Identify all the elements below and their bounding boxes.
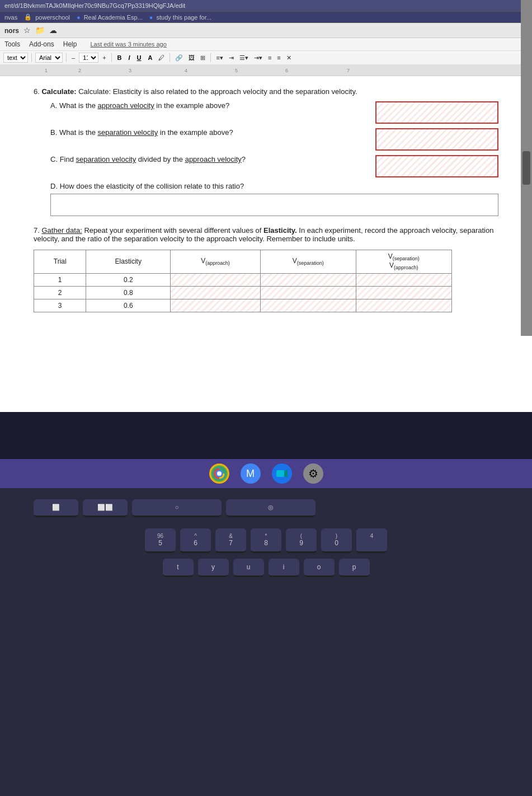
p-key[interactable]: p <box>339 559 370 577</box>
title-text: nors <box>4 27 19 35</box>
editor-title-bar: nors ☆ 📁 ☁ <box>0 23 532 38</box>
keyboard-row-special: ⬜ ⬜⬜ ○ ◎ <box>34 499 515 517</box>
toolbar-divider <box>31 53 32 62</box>
bold-button[interactable]: B <box>115 54 124 62</box>
strikethrough-button[interactable]: A <box>146 54 155 62</box>
mail-icon[interactable]: M <box>241 463 261 484</box>
vapproach-1[interactable] <box>171 273 261 286</box>
indent-more-icon[interactable]: ⇥▾ <box>252 54 264 62</box>
ruler: 1 2 3 4 5 6 7 ▼ <box>0 65 532 76</box>
link-icon[interactable]: 🔗 <box>173 54 185 62</box>
align-right-icon[interactable]: ≡ <box>275 54 282 62</box>
ratio-1[interactable] <box>356 273 451 286</box>
clear-format-icon[interactable]: ✕ <box>285 54 293 62</box>
key-letter: p <box>352 563 356 571</box>
font-select[interactable]: Arial <box>35 53 63 63</box>
list-icon[interactable]: ☰▾ <box>238 54 250 62</box>
data-table: Trial Elasticity V(approach) V(separatio… <box>34 250 452 312</box>
7-key[interactable]: & 7 <box>215 528 246 553</box>
sub-questions-6: A. What is the approach velocity in the … <box>50 101 498 216</box>
9-key[interactable]: ( 9 <box>286 528 317 553</box>
italic-button[interactable]: I <box>126 54 133 62</box>
vseparation-2[interactable] <box>260 286 356 299</box>
last-edit-label: Last edit was 3 minutes ago <box>90 41 166 48</box>
double-square-key[interactable]: ⬜⬜ <box>83 499 128 517</box>
font-size-select[interactable]: 11 <box>79 53 98 63</box>
vseparation-1[interactable] <box>260 273 356 286</box>
key-top: ( <box>300 533 302 539</box>
i-key[interactable]: i <box>269 559 299 577</box>
paragraph-style-select[interactable]: text <box>3 53 28 63</box>
bookmark-label: powerschool <box>35 14 70 21</box>
sub-q-6d-text: D. How does the elasticity of the collis… <box>50 182 498 190</box>
target-key[interactable]: ◎ <box>226 499 316 517</box>
scrollbar[interactable] <box>521 0 532 336</box>
circle-icon: ● <box>149 14 153 21</box>
sub-q-6c: C. Find separation velocity divided by t… <box>50 155 498 177</box>
app-vel-highlight: approach velocity <box>185 155 242 163</box>
ratio-3[interactable] <box>356 299 451 312</box>
u-key[interactable]: u <box>233 559 264 577</box>
menu-addons[interactable]: Add-ons <box>29 40 54 48</box>
image-icon[interactable]: 🖼 <box>187 54 196 62</box>
svg-marker-3 <box>284 470 288 477</box>
sub-q-6b-text: B. What is the separation velocity in th… <box>50 128 375 137</box>
5-key[interactable]: 96 5 <box>145 528 176 553</box>
elasticity-3: 0.6 <box>86 299 171 312</box>
sub-q-6b: B. What is the separation velocity in th… <box>50 128 498 151</box>
table-icon[interactable]: ⊞ <box>199 54 207 62</box>
keyboard-area: ⬜ ⬜⬜ ○ ◎ 96 5 ^ 6 & 7 * 8 ( 9 <box>0 488 532 796</box>
sub-q-6b-label: B. <box>50 128 57 137</box>
col-vseparation: V(separation) <box>260 250 356 274</box>
key-icon: ◎ <box>268 504 274 511</box>
font-minus[interactable]: – <box>70 54 77 62</box>
key-bottom: 0 <box>335 539 338 547</box>
8-key[interactable]: * 8 <box>251 528 281 553</box>
toolbar-divider <box>66 53 67 62</box>
key-bottom: 5 <box>158 539 162 547</box>
question-6-number: 6. <box>34 87 40 96</box>
cloud-icon[interactable]: ☁ <box>49 26 57 35</box>
text-color-icon[interactable]: 🖊 <box>157 54 166 62</box>
menu-help[interactable]: Help <box>63 40 77 48</box>
t-key[interactable]: t <box>163 559 194 577</box>
key-bottom: 9 <box>299 539 303 547</box>
key-bottom: 8 <box>264 539 268 547</box>
0-key[interactable]: ) 0 <box>321 528 352 553</box>
4-key[interactable]: 4 <box>356 528 387 553</box>
bookmark-realacademia[interactable]: ● Real Academia Esp... <box>77 14 143 21</box>
vseparation-3[interactable] <box>260 299 356 312</box>
vapproach-3[interactable] <box>171 299 261 312</box>
url-bar: ent/d/1BtvkmmTAJk0MIlqHer70c9NBu7Gcq7Pp3… <box>0 0 532 12</box>
bookmark-study[interactable]: ● study this page for... <box>149 14 211 21</box>
6-key[interactable]: ^ 6 <box>180 528 211 553</box>
star-icon[interactable]: ☆ <box>23 26 31 35</box>
chrome-icon[interactable] <box>209 463 229 484</box>
bookmark-powerschool[interactable]: 🔒 powerschool <box>24 13 70 21</box>
font-plus[interactable]: + <box>101 54 107 62</box>
circle-key[interactable]: ○ <box>132 499 222 517</box>
indent-icon[interactable]: ⇥ <box>227 54 236 62</box>
answer-box-6c[interactable] <box>375 155 498 177</box>
square-key[interactable]: ⬜ <box>34 499 78 517</box>
settings-icon[interactable]: ⚙ <box>303 463 323 484</box>
meet-icon[interactable] <box>272 463 292 484</box>
underline-button[interactable]: U <box>135 54 144 62</box>
key-letter: y <box>211 563 215 571</box>
line-spacing-icon[interactable]: ≡▾ <box>214 54 224 62</box>
answer-box-6a[interactable] <box>375 101 498 124</box>
bookmark-nvas[interactable]: nvas <box>4 14 17 21</box>
scrollbar-thumb[interactable] <box>522 151 530 185</box>
o-key[interactable]: o <box>304 559 335 577</box>
ratio-2[interactable] <box>356 286 451 299</box>
key-top: * <box>265 533 267 539</box>
answer-box-6d[interactable] <box>50 194 498 216</box>
y-key[interactable]: y <box>198 559 229 577</box>
folder-icon[interactable]: 📁 <box>35 26 45 35</box>
editor-title: nors <box>4 25 19 35</box>
menu-tools[interactable]: Tools <box>4 40 20 48</box>
vapproach-2[interactable] <box>171 286 261 299</box>
bookmark-label: nvas <box>4 14 17 21</box>
align-left-icon[interactable]: ≡ <box>266 54 273 62</box>
answer-box-6b[interactable] <box>375 128 498 151</box>
